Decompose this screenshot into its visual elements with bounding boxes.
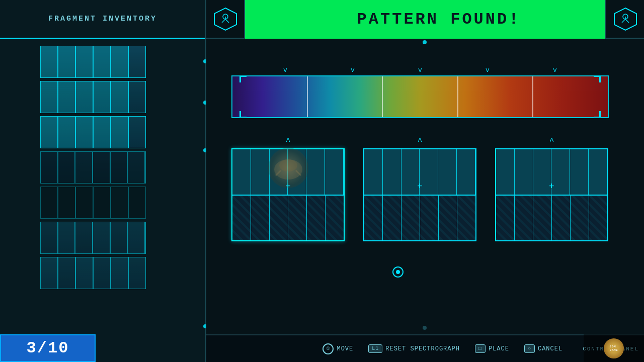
grid-arrow-up: ^ xyxy=(231,136,345,148)
grid-top-3[interactable]: + xyxy=(496,149,607,196)
cancel-label: CANCEL xyxy=(538,345,562,352)
fragment-item[interactable] xyxy=(40,222,146,254)
grid-top-2[interactable]: + xyxy=(364,149,475,196)
spectrograph-area[interactable]: v v v v v xyxy=(231,65,609,126)
counter-badge: 3/10 xyxy=(0,334,96,362)
move-icon: ① xyxy=(323,343,334,354)
control-reset: L1 RESET SPECTROGRAPH xyxy=(368,344,460,353)
svg-line-7 xyxy=(622,19,625,23)
grid-bottom-3[interactable] xyxy=(496,196,607,241)
fragment-list xyxy=(0,39,205,296)
svg-line-2 xyxy=(222,19,225,23)
grid-column-3[interactable]: ^ + xyxy=(495,136,608,251)
control-cancel: ○ CANCEL xyxy=(524,344,562,353)
fragment-item[interactable] xyxy=(40,257,146,289)
l1-button[interactable]: L1 xyxy=(368,344,382,353)
place-button[interactable]: □ xyxy=(475,344,486,353)
center-dot xyxy=(392,266,404,278)
watermark-circle: 3DMGAME xyxy=(604,338,624,358)
fragment-item[interactable] xyxy=(40,151,146,184)
fragment-item[interactable] xyxy=(40,116,146,148)
top-dot xyxy=(423,40,427,44)
grid-frame-1[interactable]: + xyxy=(231,148,345,241)
grid-bottom-1[interactable] xyxy=(232,196,344,241)
plus-icon: + xyxy=(417,182,423,192)
hex-icon-right xyxy=(613,7,638,32)
plus-icon: + xyxy=(549,182,554,192)
grid-bottom-2[interactable] xyxy=(364,196,475,241)
move-label: MOVE xyxy=(337,345,353,352)
svg-point-11 xyxy=(279,159,297,171)
bottom-bar: ① MOVE L1 RESET SPECTROGRAPH □ PLACE ○ C… xyxy=(206,334,644,362)
bottom-dot xyxy=(423,326,427,330)
counter-value: 3/10 xyxy=(27,339,69,357)
spec-arrow: v xyxy=(486,66,490,74)
main-area: PATTERN FOUND! v v v v v xyxy=(206,0,644,362)
place-label: PLACE xyxy=(489,345,509,352)
fragment-item[interactable] xyxy=(40,187,146,219)
left-panel: FRAGMENT INVENTORY xyxy=(0,0,206,362)
fragment-grid-area: ^ xyxy=(231,136,609,251)
svg-line-8 xyxy=(625,19,629,23)
spec-frame[interactable] xyxy=(231,75,609,118)
watermark: 3DMGAME xyxy=(584,334,644,362)
grid-frame-3[interactable]: + xyxy=(495,148,608,241)
spec-arrow: v xyxy=(553,66,557,74)
spec-arrow: v xyxy=(283,66,287,74)
pattern-banner: PATTERN FOUND! xyxy=(245,0,632,39)
grid-top-1[interactable]: + xyxy=(232,149,344,196)
fragment-item[interactable] xyxy=(40,81,146,113)
svg-line-3 xyxy=(225,19,229,23)
spec-arrow: v xyxy=(351,66,355,74)
fragment-inventory-header: FRAGMENT INVENTORY xyxy=(0,0,205,39)
grid-frame-2[interactable]: + xyxy=(363,148,476,241)
plus-icon: + xyxy=(285,182,291,192)
hex-icon-left xyxy=(213,7,238,32)
grid-arrow-up: ^ xyxy=(495,136,608,148)
grid-column-1[interactable]: ^ xyxy=(231,136,345,251)
reset-label: RESET SPECTROGRAPH xyxy=(385,345,460,352)
spec-arrow: v xyxy=(418,66,422,74)
cancel-button[interactable]: ○ xyxy=(524,344,535,353)
grid-arrow-up: ^ xyxy=(363,136,476,148)
control-move: ① MOVE xyxy=(323,343,353,354)
grid-column-2[interactable]: ^ + xyxy=(363,136,476,251)
fragment-item[interactable] xyxy=(40,46,146,78)
control-place: □ PLACE xyxy=(475,344,509,353)
